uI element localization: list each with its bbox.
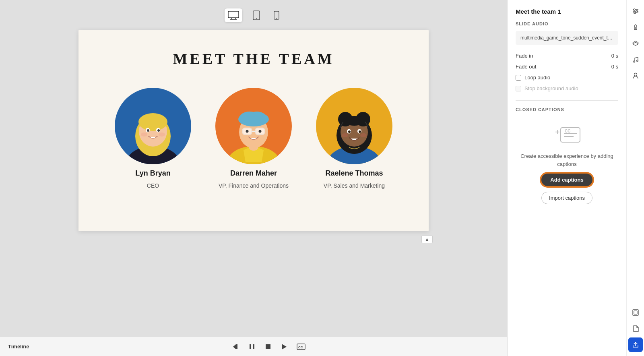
skip-back-btn[interactable] — [231, 342, 241, 352]
right-panel: Meet the team 1 SLIDE AUDIO multimedia_g… — [507, 0, 644, 356]
team-member-1: Lyn Bryan CEO — [115, 88, 191, 189]
play-btn[interactable] — [279, 342, 289, 352]
member-name-3: Raelene Thomas — [325, 169, 383, 178]
member-role-2: VP, Finance and Operations — [219, 182, 289, 189]
fade-in-label: Fade in — [516, 53, 533, 59]
svg-text:CC: CC — [298, 346, 303, 349]
panel-content: Meet the team 1 SLIDE AUDIO multimedia_g… — [508, 0, 626, 356]
device-desktop-btn[interactable] — [225, 8, 242, 22]
stop-bg-audio-row: Stop background audio — [516, 83, 618, 94]
share-icon-btn[interactable] — [628, 337, 643, 352]
stop-bg-audio-checkbox[interactable] — [516, 86, 521, 91]
settings-icon-btn[interactable] — [628, 4, 643, 19]
svg-point-13 — [138, 113, 167, 131]
svg-point-60 — [636, 10, 638, 12]
svg-rect-0 — [228, 11, 239, 18]
captions-btn[interactable]: CC — [295, 342, 307, 352]
member-name-2: Darren Maher — [230, 169, 277, 178]
device-tablet-btn[interactable] — [250, 8, 263, 23]
panel-divider — [516, 100, 618, 101]
cc-description: Create accessible experience by adding c… — [516, 152, 618, 168]
svg-rect-46 — [253, 344, 254, 349]
svg-point-5 — [256, 18, 257, 19]
svg-point-41 — [342, 133, 348, 137]
frame-icon-btn[interactable] — [628, 305, 643, 320]
timeline-label: Timeline — [8, 344, 29, 350]
svg-point-42 — [360, 133, 367, 137]
svg-point-27 — [246, 130, 249, 133]
member-role-1: CEO — [147, 182, 159, 189]
slide-title: MEET THE TEAM — [173, 50, 334, 68]
svg-point-64 — [636, 60, 638, 62]
touch-icon-btn[interactable] — [628, 20, 643, 35]
member-name-1: Lyn Bryan — [135, 169, 170, 178]
svg-point-59 — [634, 9, 635, 10]
svg-point-65 — [634, 73, 637, 76]
svg-point-61 — [634, 12, 636, 14]
fade-out-row: Fade out 0 s — [516, 61, 618, 72]
svg-point-17 — [157, 129, 160, 132]
sidebar-icons — [626, 0, 644, 356]
svg-point-19 — [159, 132, 165, 137]
avatar-raelene — [316, 88, 392, 164]
device-toolbar — [225, 8, 283, 23]
svg-point-28 — [259, 130, 262, 133]
fade-in-row: Fade in 0 s — [516, 50, 618, 61]
panel-title: Meet the team 1 — [516, 8, 618, 15]
team-members: Lyn Bryan CEO — [115, 88, 392, 189]
svg-text:CC: CC — [565, 129, 570, 133]
svg-rect-45 — [250, 344, 251, 349]
closed-captions-label: CLOSED CAPTIONS — [516, 107, 618, 112]
avatar-lyn — [115, 88, 191, 164]
svg-marker-48 — [282, 344, 287, 350]
member-role-3: VP, Sales and Marketing — [324, 182, 385, 189]
stop-bg-audio-label: Stop background audio — [524, 85, 578, 91]
loop-audio-row: Loop audio — [516, 72, 618, 83]
stop-btn[interactable] — [263, 342, 273, 352]
scroll-up-btn[interactable]: ▲ — [421, 235, 433, 243]
team-member-3: Raelene Thomas VP, Sales and Marketing — [316, 88, 392, 189]
svg-marker-43 — [233, 344, 236, 349]
slide-audio-label: SLIDE AUDIO — [516, 21, 618, 26]
fade-in-value: 0 s — [611, 53, 618, 59]
timeline-controls: CC — [231, 342, 307, 352]
loop-audio-checkbox[interactable] — [516, 75, 521, 81]
device-mobile-btn[interactable] — [270, 8, 283, 22]
music-icon-btn[interactable] — [628, 52, 643, 67]
canvas-area: MEET THE TEAM — [0, 0, 507, 356]
timeline-bar: Timeline CC — [0, 337, 507, 356]
svg-point-39 — [348, 130, 351, 133]
svg-point-40 — [359, 130, 361, 133]
captions-section: + CC Create accessible experience by add… — [516, 117, 618, 211]
svg-rect-44 — [236, 344, 237, 349]
team-member-2: Darren Maher VP, Finance and Operations — [215, 88, 292, 189]
svg-text:+: + — [555, 128, 560, 137]
slide-canvas: MEET THE TEAM — [78, 30, 429, 231]
svg-rect-47 — [266, 344, 270, 349]
add-captions-btn[interactable]: Add captions — [541, 173, 593, 187]
fade-out-label: Fade out — [516, 64, 536, 70]
svg-point-18 — [141, 132, 147, 137]
avatar-darren — [215, 88, 292, 164]
import-captions-btn[interactable]: Import captions — [541, 192, 592, 204]
svg-point-7 — [276, 18, 277, 19]
play-pause-btn[interactable] — [247, 342, 257, 352]
svg-point-16 — [147, 129, 149, 132]
svg-rect-66 — [633, 310, 638, 315]
person-icon-btn[interactable] — [628, 68, 643, 83]
svg-point-36 — [343, 116, 365, 126]
fade-out-value: 0 s — [611, 64, 618, 70]
svg-rect-67 — [634, 311, 637, 314]
loop-audio-label: Loop audio — [524, 75, 550, 81]
layers-icon-btn[interactable] — [628, 36, 643, 51]
audio-file-row[interactable]: multimedia_game_tone_sudden_event_tone_.… — [516, 31, 618, 45]
cc-icon: + CC — [553, 123, 581, 147]
svg-point-63 — [633, 61, 635, 62]
doc-icon-btn[interactable] — [628, 321, 643, 336]
